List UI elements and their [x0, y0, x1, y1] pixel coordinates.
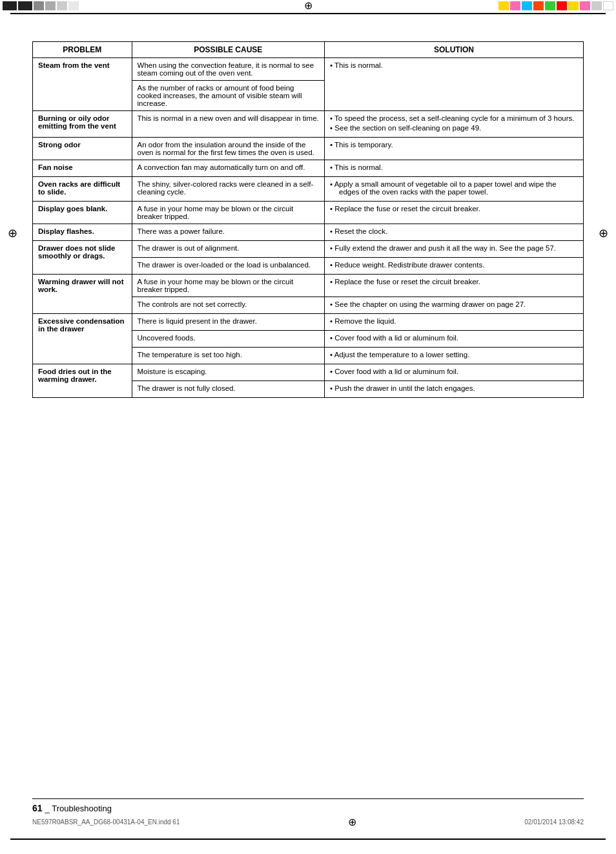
solution-item: Adjust the temperature to a lower settin… [330, 351, 578, 359]
solution-item: See the section on self-cleaning on page… [330, 124, 578, 132]
solution-item: Reduce weight. Redistribute drawer conte… [330, 261, 578, 269]
date-time: 02/01/2014 13:08:42 [524, 818, 584, 826]
cause-cell: As the number of racks or amount of food… [132, 81, 325, 111]
solution-item: This is temporary. [330, 141, 578, 149]
footer-section: 61 _ Troubleshooting [32, 798, 584, 813]
table-row: Burning or oily odor emitting from the v… [33, 111, 584, 138]
solution-cell: Replace the fuse or reset the circuit br… [325, 275, 584, 297]
color-block-3 [34, 1, 44, 10]
solution-cell: Fully extend the drawer and push it all … [325, 241, 584, 258]
outer-top-line [10, 13, 606, 14]
table-row: Display goes blank.A fuse in your home m… [33, 202, 584, 224]
table-row: Oven racks are difficult to slide.The sh… [33, 177, 584, 202]
solution-item: Cover food with a lid or aluminum foil. [330, 334, 578, 342]
color-swatch-yellow2 [568, 1, 579, 10]
color-swatch-orange [533, 1, 544, 10]
file-info: NE597R0ABSR_AA_DG68-00431A-04_EN.indd 61 [32, 818, 180, 826]
solution-item: See the chapter on using the warming dra… [330, 300, 578, 308]
solution-cell: Replace the fuse or reset the circuit br… [325, 202, 584, 224]
solution-cell: This is normal. [325, 160, 584, 177]
reg-mark-left: ⊕ [8, 226, 17, 240]
cause-cell: When using the convection feature, it is… [132, 58, 325, 81]
solution-item: Fully extend the drawer and push it all … [330, 244, 578, 252]
page-number-info: 61 _ Troubleshooting [32, 803, 112, 813]
top-bar-left-blocks [0, 0, 81, 12]
solution-item: Cover food with a lid or aluminum foil. [330, 368, 578, 375]
cause-cell: A fuse in your home may be blown or the … [132, 275, 325, 297]
outer-bottom-line [10, 838, 606, 840]
solution-item: Remove the liquid. [330, 317, 578, 325]
cause-cell: An odor from the insulation around the i… [132, 138, 325, 160]
color-block-6 [68, 1, 79, 10]
problem-cell: Fan noise [33, 160, 132, 177]
solution-item: Replace the fuse or reset the circuit br… [330, 278, 578, 286]
table-row: Fan noiseA convection fan may automatica… [33, 160, 584, 177]
cause-cell: A fuse in your home may be blown or the … [132, 202, 325, 224]
page-content: ⊕ ⊕ PROBLEM POSSIBLE CAUSE SOLUTION Stea… [0, 16, 616, 437]
cause-cell: This is normal in a new oven and will di… [132, 111, 325, 138]
cause-cell: The temperature is set too high. [132, 348, 325, 364]
footer: 61 _ Troubleshooting NE597R0ABSR_AA_DG68… [0, 798, 616, 828]
solution-cell: Adjust the temperature to a lower settin… [325, 348, 584, 364]
cause-cell: There was a power failure. [132, 224, 325, 241]
solution-item: To speed the process, set a self-cleanin… [330, 114, 578, 122]
problem-cell: Warming drawer will not work. [33, 275, 132, 314]
registration-mark-top: ⊕ [304, 0, 313, 12]
color-swatch-cyan [522, 1, 532, 10]
problem-cell: Display flashes. [33, 224, 132, 241]
solution-cell: This is temporary. [325, 138, 584, 160]
color-block-4 [45, 1, 56, 10]
color-swatch-red [557, 1, 567, 10]
problem-cell: Steam from the vent [33, 58, 132, 111]
solution-cell: Reset the clock. [325, 224, 584, 241]
registration-mark-bottom: ⊕ [348, 816, 356, 828]
troubleshooting-table: PROBLEM POSSIBLE CAUSE SOLUTION Steam fr… [32, 41, 584, 398]
page-label: _ Troubleshooting [45, 804, 112, 813]
cause-cell: There is liquid present in the drawer. [132, 314, 325, 331]
color-swatch-white [603, 1, 613, 10]
reg-mark-right: ⊕ [599, 226, 608, 240]
color-block-2 [18, 1, 32, 10]
top-color-bar: ⊕ [0, 0, 616, 12]
problem-cell: Drawer does not slide smoothly or drags. [33, 241, 132, 275]
solution-cell: Push the drawer in until the latch engag… [325, 381, 584, 398]
table-header-row: PROBLEM POSSIBLE CAUSE SOLUTION [33, 42, 584, 58]
problem-cell: Food dries out in the warming drawer. [33, 364, 132, 398]
solution-cell: See the chapter on using the warming dra… [325, 297, 584, 314]
cause-cell: Moisture is escaping. [132, 364, 325, 381]
solution-cell: Apply a small amount of vegetable oil to… [325, 177, 584, 202]
solution-cell: This is normal. [325, 58, 584, 111]
color-swatch-gray [591, 1, 602, 10]
cause-cell: A convection fan may automatically turn … [132, 160, 325, 177]
solution-item: This is normal. [330, 163, 578, 171]
color-swatch-pink [510, 1, 520, 10]
problem-cell: Display goes blank. [33, 202, 132, 224]
solution-item: Reset the clock. [330, 227, 578, 235]
header-solution: SOLUTION [325, 42, 584, 58]
color-swatch-yellow [498, 1, 509, 10]
table-row: Strong odorAn odor from the insulation a… [33, 138, 584, 160]
solution-item: This is normal. [330, 61, 578, 69]
color-block-1 [3, 1, 17, 10]
table-row: Steam from the ventWhen using the convec… [33, 58, 584, 81]
solution-cell: Cover food with a lid or aluminum foil. [325, 331, 584, 348]
solution-cell: Cover food with a lid or aluminum foil. [325, 364, 584, 381]
header-problem: PROBLEM [33, 42, 132, 58]
color-swatch-green [545, 1, 555, 10]
solution-cell: Remove the liquid. [325, 314, 584, 331]
solution-item: Replace the fuse or reset the circuit br… [330, 205, 578, 213]
table-row: Display flashes.There was a power failur… [33, 224, 584, 241]
table-row: Drawer does not slide smoothly or drags.… [33, 241, 584, 258]
cause-cell: The shiny, silver-colored racks were cle… [132, 177, 325, 202]
color-swatch-pink2 [580, 1, 590, 10]
cause-cell: The drawer is not fully closed. [132, 381, 325, 398]
top-bar-right-blocks [496, 0, 616, 12]
cause-cell: The drawer is over-loaded or the load is… [132, 258, 325, 275]
cause-cell: The controls are not set correctly. [132, 297, 325, 314]
table-row: Food dries out in the warming drawer.Moi… [33, 364, 584, 381]
header-cause: POSSIBLE CAUSE [132, 42, 325, 58]
problem-cell: Oven racks are difficult to slide. [33, 177, 132, 202]
solution-cell: To speed the process, set a self-cleanin… [325, 111, 584, 138]
page-number: 61 [32, 803, 43, 813]
solution-cell: Reduce weight. Redistribute drawer conte… [325, 258, 584, 275]
